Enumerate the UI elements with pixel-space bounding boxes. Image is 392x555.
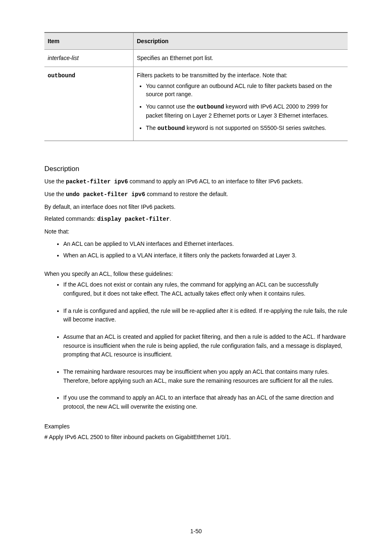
section-heading-description: Description: [44, 165, 348, 173]
page-number: 1-50: [0, 528, 392, 534]
body-paragraph: Use the undo packet-filter ipv6 command …: [44, 190, 348, 199]
tips-bullet: Assume that an ACL is created and applie…: [63, 333, 348, 359]
parameters-table: Item Description interface-list Specifie…: [44, 32, 348, 141]
tips-bullet: The remaining hardware resources may be …: [63, 368, 348, 385]
table-header-desc: Description: [134, 32, 348, 50]
body-paragraph: By default, an interface does not filter…: [44, 203, 348, 212]
table-cell-desc: Filters packets to be transmitted by the…: [134, 67, 348, 141]
table-row: outbound Filters packets to be transmitt…: [44, 67, 348, 141]
table-header-item: Item: [44, 32, 134, 50]
tips-bullet: If you use the command to apply an ACL t…: [63, 393, 348, 411]
cell-bullet: You cannot use the outbound keyword with…: [146, 102, 344, 120]
note-bullet: An ACL can be applied to VLAN interfaces…: [63, 240, 348, 249]
table-cell-item: outbound: [44, 67, 134, 141]
note-bullet: When an ACL is applied to a VLAN interfa…: [63, 251, 348, 260]
body-paragraph: Note that:: [44, 227, 348, 236]
cell-bullet-list: You cannot configure an outbound ACL rul…: [137, 82, 344, 132]
table-cell-desc: Specifies an Ethernet port list.: [134, 50, 348, 67]
cell-lead: Filters packets to be transmitted by the…: [137, 71, 344, 79]
table-row: interface-list Specifies an Ethernet por…: [44, 50, 348, 67]
cell-bullet: The outbound keyword is not supported on…: [146, 124, 344, 132]
table-cell-item: interface-list: [44, 50, 134, 67]
section-heading-examples: Examples: [44, 423, 348, 430]
tips-bullet: If the ACL does not exist or contain any…: [63, 280, 348, 298]
cell-bullet: You cannot configure an outbound ACL rul…: [146, 82, 344, 99]
body-paragraph: Use the packet-filter ipv6 command to ap…: [44, 177, 348, 187]
body-paragraph: Related commands: display packet-filter.: [44, 215, 348, 224]
tips-intro: When you specify an ACL, follow these gu…: [44, 271, 348, 277]
note-bullet-list: An ACL can be applied to VLAN interfaces…: [44, 240, 348, 260]
tips-bullet-list: If the ACL does not exist or contain any…: [44, 280, 348, 412]
tips-bullet: If a rule is configured and applied, the…: [63, 307, 348, 324]
example-text: # Apply IPv6 ACL 2500 to filter inbound …: [44, 433, 348, 442]
